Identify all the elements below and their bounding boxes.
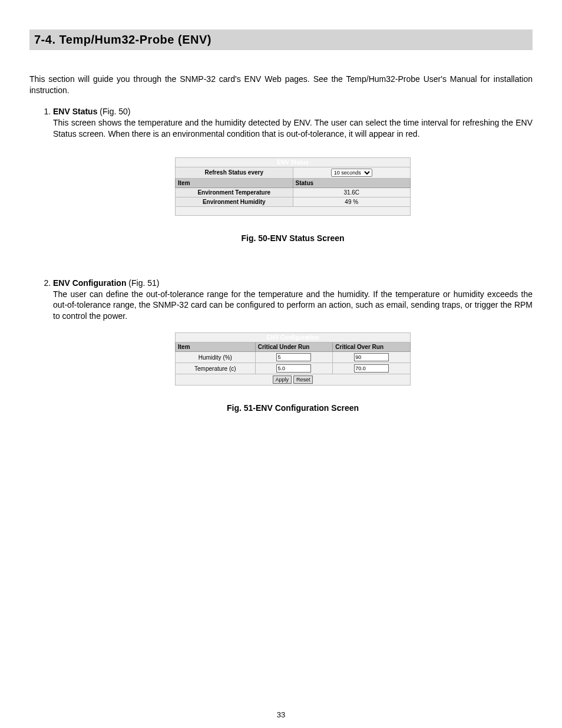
cfg-hum-under-cell: [255, 352, 333, 363]
page-number: 33: [29, 710, 533, 719]
apply-button[interactable]: Apply: [273, 375, 292, 384]
env-status-footer: [176, 206, 411, 215]
item2-ref: (Fig. 51): [126, 278, 159, 288]
numbered-list: ENV Status (Fig. 50) This screen shows t…: [29, 107, 533, 413]
env-config-footer: Apply Reset: [176, 374, 411, 386]
refresh-cell: 10 seconds: [293, 167, 411, 178]
reset-button[interactable]: Reset: [293, 375, 313, 384]
env-config-title: ENV Configuration: [176, 333, 411, 342]
cfg-temp-under-input[interactable]: [276, 364, 311, 373]
item2-title: ENV Configuration: [53, 278, 126, 288]
fig51-wrap: ENV Configuration Item Critical Under Ru…: [53, 332, 533, 386]
fig51-caption: Fig. 51-ENV Configuration Screen: [53, 403, 533, 413]
env-config-table: ENV Configuration Item Critical Under Ru…: [175, 332, 411, 386]
fig50-wrap: ENV Status Refresh Status every 10 secon…: [53, 157, 533, 216]
cfg-col-item: Item: [176, 342, 256, 352]
item1-body: This screen shows the temperature and th…: [53, 117, 533, 140]
item2-body: The user can define the out-of-tolerance…: [53, 289, 533, 322]
intro-paragraph: This section will guide you through the …: [29, 74, 533, 96]
env-status-title: ENV Status: [176, 157, 411, 167]
cfg-temp-over-cell: [333, 363, 411, 374]
section-header: 7-4. Temp/Hum32-Probe (ENV): [29, 29, 533, 50]
list-item-2: ENV Configuration (Fig. 51) The user can…: [53, 278, 533, 413]
cfg-hum-label: Humidity (%): [176, 352, 256, 363]
col-item: Item: [176, 178, 293, 187]
fig50-caption: Fig. 50-ENV Status Screen: [53, 233, 533, 243]
cfg-temp-label: Temperature (c): [176, 363, 256, 374]
row-hum-label: Environment Humidity: [176, 197, 293, 206]
item1-ref: (Fig. 50): [97, 107, 130, 116]
item1-title: ENV Status: [53, 107, 97, 116]
env-status-table: ENV Status Refresh Status every 10 secon…: [175, 157, 411, 216]
row-temp-label: Environment Temperature: [176, 187, 293, 197]
cfg-temp-over-input[interactable]: [354, 364, 389, 373]
list-item-1: ENV Status (Fig. 50) This screen shows t…: [53, 107, 533, 243]
row-temp-value: 31.6C: [293, 187, 411, 197]
cfg-hum-under-input[interactable]: [276, 353, 311, 361]
refresh-label: Refresh Status every: [176, 167, 293, 178]
cfg-col-over: Critical Over Run: [333, 342, 411, 352]
cfg-hum-over-cell: [333, 352, 411, 363]
cfg-col-under: Critical Under Run: [255, 342, 333, 352]
row-hum-value: 49 %: [293, 197, 411, 206]
cfg-hum-over-input[interactable]: [354, 353, 389, 361]
col-status: Status: [293, 178, 411, 187]
cfg-temp-under-cell: [255, 363, 333, 374]
refresh-select[interactable]: 10 seconds: [331, 169, 372, 177]
